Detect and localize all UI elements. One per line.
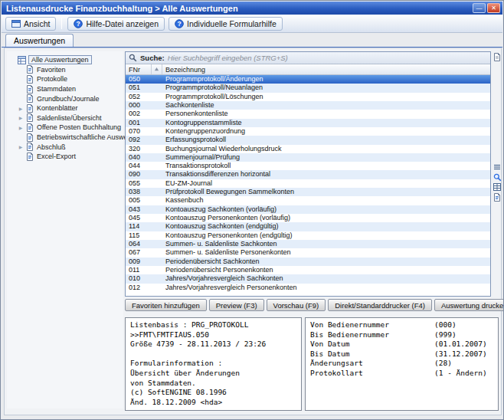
cell-spacer xyxy=(152,179,162,188)
document-icon xyxy=(26,94,34,103)
parameter-label: Protokollart xyxy=(310,369,434,379)
table-row[interactable]: 051Programmprotokoll/Neuanlagen xyxy=(126,84,490,92)
tree-item[interactable]: ▶Abschluß xyxy=(7,142,123,152)
table-row[interactable]: 000Sachkontenliste xyxy=(126,101,490,110)
cell-spacer xyxy=(152,240,162,248)
search-input[interactable] xyxy=(168,54,487,62)
preview-button[interactable]: Preview (F3) xyxy=(209,299,264,311)
table-row[interactable]: 055EU-ZM-Journal xyxy=(126,179,490,188)
table-row[interactable]: 092Erfassungsprotokoll xyxy=(126,136,490,144)
close-button[interactable]: ✕ xyxy=(487,3,500,13)
tree-item[interactable]: Favoriten xyxy=(7,65,123,75)
cell-bezeichnung: Sachkontenliste xyxy=(162,101,490,110)
expander-icon[interactable]: ▶ xyxy=(18,106,24,111)
parameter-label: Von Datum xyxy=(310,340,434,349)
cell-bezeichnung: Buchungsjournal Wiederholungsdruck xyxy=(162,145,490,153)
add-favorites-button[interactable]: Favoriten hinzufügen xyxy=(125,299,207,311)
column-sort[interactable] xyxy=(152,64,162,74)
direct-printer-button[interactable]: Direkt/Standarddrucker (F4) xyxy=(328,299,432,311)
cell-spacer xyxy=(152,136,162,144)
tab-auswertungen[interactable]: Auswertungen xyxy=(5,34,74,47)
table-row[interactable]: 043Kontoauszug Sachkonten (vorläufig) xyxy=(126,205,490,214)
cell-bezeichnung: Summen- u. Saldenliste Personenkonten xyxy=(162,248,490,257)
tree-item-label: Excel-Export xyxy=(37,153,76,160)
column-fnr[interactable]: FNr xyxy=(126,64,152,74)
table-row[interactable]: 002Personenkontenliste xyxy=(126,110,490,118)
cell-bezeichnung: Kontengruppenzuordnung xyxy=(162,127,490,136)
column-bezeichnung[interactable]: Bezeichnung xyxy=(162,64,490,74)
tree-item-label: Favoriten xyxy=(37,66,66,74)
table-row[interactable]: 052Programmprotokoll/Löschungen xyxy=(126,93,490,101)
tree-item[interactable]: Excel-Export xyxy=(7,152,123,162)
tree-item[interactable]: Protokolle xyxy=(7,74,123,84)
filter-lines-icon[interactable] xyxy=(493,163,502,172)
cell-spacer xyxy=(152,110,162,118)
cell-bezeichnung: Kassenbuch xyxy=(162,196,490,205)
table-row[interactable]: 064Summen- u. Saldenliste Sachkonten xyxy=(126,240,490,248)
table-row[interactable]: 038Prüfprotokoll Bewegungen Sammelkonten xyxy=(126,188,490,196)
table-row[interactable]: 011Periodenübersicht Personenkonten xyxy=(126,266,490,274)
search-icon xyxy=(129,54,137,62)
cell-fnr: 320 xyxy=(126,145,152,153)
table-row[interactable]: 067Summen- u. Saldenliste Personenkonten xyxy=(126,248,490,257)
table-row[interactable]: 320Buchungsjournal Wiederholungsdruck xyxy=(126,145,490,153)
table-row[interactable]: 090Transaktionsdifferenzen horizontal xyxy=(126,170,490,179)
minimize-button[interactable]: — xyxy=(473,3,486,13)
tree-item[interactable]: ▶Offene Posten Buchhaltung xyxy=(7,123,123,133)
parameter-row: Änderungsart(28) xyxy=(310,359,493,369)
tree-item[interactable]: ▶Kontenblätter xyxy=(7,103,123,113)
tab-strip: Auswertungen xyxy=(2,33,502,48)
title-bar[interactable]: Listenausdrucke Finanzbuchhaltung > Alle… xyxy=(2,2,502,15)
info-line: von Stammdaten. xyxy=(130,379,296,389)
table-row[interactable]: 114Kontoauszug Sachkonten (endgültig) xyxy=(126,222,490,231)
table-row[interactable]: 040Summenjournal/Prüfung xyxy=(126,153,490,162)
cell-bezeichnung: Kontoauszug Personenkonten (vorläufig) xyxy=(162,214,490,222)
help-file-button[interactable]: ?Hilfe-Datei anzeigen xyxy=(67,17,165,31)
tree-item[interactable]: Betriebswirtschaftliche Auswertungen xyxy=(7,133,123,143)
tree-item[interactable]: Stammdaten xyxy=(7,84,123,94)
print-report-button[interactable]: Auswertung drucken xyxy=(434,299,504,311)
table-row[interactable]: 010Jahres/Vorjahresvergleich Sachkonten xyxy=(126,274,490,283)
report-list: Suche: FNr Bezeichnung 050Programmprotok… xyxy=(125,51,491,297)
form-info-panel: Listenbasis : PRG_PROTOKOLL>>FMT\FMTFIAU… xyxy=(125,317,302,411)
tree-item[interactable]: Grundbuch/Journale xyxy=(7,94,123,103)
tree-item-alle-auswertungen[interactable]: Alle Auswertungen xyxy=(7,55,123,65)
cell-fnr: 000 xyxy=(126,101,152,110)
ansicht-button[interactable]: Ansicht xyxy=(5,17,56,31)
table-row[interactable]: 050Programmprotokoll/Änderungen xyxy=(126,75,490,84)
cell-spacer xyxy=(152,284,162,292)
svg-text:?: ? xyxy=(77,19,80,27)
form-help-button[interactable]: ?Individuelle Formularhilfe xyxy=(169,17,283,31)
parameter-value: (28) xyxy=(434,359,452,367)
cell-spacer xyxy=(152,258,162,266)
grid-small-icon[interactable] xyxy=(493,183,502,192)
cell-spacer xyxy=(152,93,162,101)
cell-bezeichnung: Kontogruppenstammliste xyxy=(162,119,490,127)
expander-icon[interactable]: ▶ xyxy=(18,144,24,149)
cell-bezeichnung: Programmprotokoll/Änderungen xyxy=(162,75,490,84)
parameter-value: (000) xyxy=(434,320,457,329)
document-icon xyxy=(26,104,34,113)
tree-item[interactable]: ▶Saldenliste/Übersicht xyxy=(7,113,123,123)
cell-spacer xyxy=(152,188,162,196)
table-row[interactable]: 045Kontoauszug Personenkonten (vorläufig… xyxy=(126,214,490,222)
table-row[interactable]: 115Kontoauszug Personenkonten (endgültig… xyxy=(126,231,490,240)
table-row[interactable]: 012Jahres/Vorjahresvergleich Personenkon… xyxy=(126,284,490,292)
vorschau-button[interactable]: Vorschau (F9) xyxy=(267,299,326,311)
magnifier-icon[interactable] xyxy=(493,173,502,182)
expander-icon[interactable]: ▶ xyxy=(18,115,24,120)
cell-fnr: 043 xyxy=(126,205,152,214)
table-row[interactable]: 070Kontengruppenzuordnung xyxy=(126,127,490,136)
document-icon[interactable] xyxy=(493,193,502,202)
table-row[interactable]: 001Kontogruppenstammliste xyxy=(126,119,490,127)
table-row[interactable]: 005Kassenbuch xyxy=(126,196,490,205)
document-icon xyxy=(26,153,34,161)
expander-icon[interactable]: ▶ xyxy=(18,125,24,130)
parameter-row: Protokollart(1 - Ändern) xyxy=(310,369,493,379)
cell-bezeichnung: Kontoauszug Sachkonten (vorläufig) xyxy=(162,205,490,214)
parameter-label: Bis Bedienernummer xyxy=(310,330,434,340)
table-row[interactable]: 009Periodenübersicht Sachkonten xyxy=(126,258,490,266)
table-row[interactable]: 044Transaktionsprotokoll xyxy=(126,162,490,170)
cell-spacer xyxy=(152,119,162,127)
page-icon[interactable] xyxy=(493,53,502,61)
